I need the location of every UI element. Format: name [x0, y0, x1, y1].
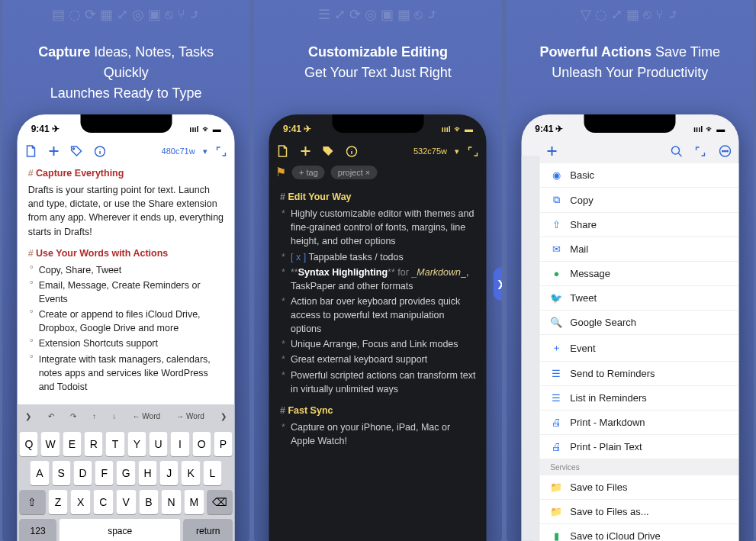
expand-icon[interactable]	[467, 145, 479, 157]
panel-editing: ☰ ⤢ ⟳ ◎ ▣ ▦ ⎋ ⤴ Customizable Editing Get…	[254, 0, 501, 541]
action-mail[interactable]: ✉Mail	[539, 237, 738, 262]
chevron-down-icon[interactable]: ▾	[203, 147, 207, 156]
headline: Customizable Editing Get Your Text Just …	[254, 42, 501, 83]
folder-icon: 📁	[550, 481, 562, 493]
editor-toolbar: 480c71w ▾	[18, 139, 235, 163]
move-down-button[interactable]: ↓	[108, 410, 120, 423]
search-icon: 🔍	[550, 317, 562, 328]
action-message[interactable]: ●Message	[539, 262, 738, 286]
tag-row: ⚑ + tag project ×	[275, 165, 481, 179]
phone-light: 9:41 ✈ ıııl ᯤ ▬ 480c71w ▾ Capture Ev	[18, 114, 235, 541]
nav-end-button[interactable]: ❯	[217, 410, 230, 423]
action-save-icloud[interactable]: ▮Save to iCloud Drive	[539, 524, 738, 541]
action-tweet[interactable]: 🐦Tweet	[539, 286, 738, 311]
backspace-key[interactable]: ⌫	[207, 490, 232, 514]
panel-actions: ▽ ◌ ⤢ ▦ ⎋ ⑂ ⤴ Powerful Actions Save Time…	[507, 0, 754, 541]
actions-sidebar	[521, 156, 539, 541]
heading-1: Capture Everything	[28, 166, 224, 180]
action-google-search[interactable]: 🔍Google Search	[539, 311, 738, 335]
word-left-button[interactable]: ← Word	[129, 410, 165, 423]
editor-content[interactable]: Capture Everything Drafts is your starti…	[18, 163, 235, 404]
editor-toolbar: 532c75w ▾	[269, 139, 487, 163]
action-basic[interactable]: ◉Basic	[539, 163, 738, 188]
action-list-reminders[interactable]: ☰List in Reminders	[539, 386, 738, 411]
new-doc-icon[interactable]	[25, 145, 37, 157]
heading-2: Fast Sync	[280, 404, 476, 417]
add-icon[interactable]	[48, 145, 60, 157]
bullet-list: Capture on your iPhone, iPad, Mac or App…	[280, 420, 476, 448]
mail-icon: ✉	[550, 243, 562, 255]
doc-id-label: 480c71w	[162, 147, 195, 156]
twitter-icon: 🐦	[550, 292, 562, 304]
action-copy[interactable]: ⧉Copy	[539, 188, 738, 213]
heading-1: Edit Your Way	[280, 190, 476, 204]
headline: Powerful Actions Save Time Unleash Your …	[507, 42, 754, 83]
svg-point-7	[727, 150, 729, 152]
add-icon[interactable]	[545, 145, 558, 157]
return-key[interactable]: return	[184, 519, 233, 541]
add-tag-button[interactable]: + tag	[292, 166, 325, 179]
list-icon: ☰	[550, 392, 562, 404]
drive-icon: ▮	[550, 530, 562, 541]
svg-point-5	[722, 150, 724, 152]
list-icon: ☰	[550, 368, 562, 379]
tag-project[interactable]: project ×	[331, 166, 378, 179]
message-icon: ●	[550, 268, 562, 279]
decor-toolbar-icons: ▽ ◌ ⤢ ▦ ⎋ ⑂ ⤴	[507, 6, 754, 23]
undo-button[interactable]: ↶	[44, 410, 58, 423]
heading-2: Use Your Words with Actions	[28, 246, 224, 260]
tag-icon[interactable]	[71, 145, 83, 157]
actions-list: ◉Basic ⧉Copy ⇧Share ✉Mail ●Message 🐦Twee…	[539, 163, 738, 459]
tag-icon[interactable]	[323, 145, 335, 157]
action-save-files-as[interactable]: 📁Save to Files as...	[539, 500, 738, 524]
key[interactable]: Q	[20, 432, 38, 456]
info-icon[interactable]	[346, 145, 358, 157]
expand-icon[interactable]	[694, 145, 706, 157]
share-icon: ⇧	[550, 219, 562, 230]
doc-id-label: 532c75w	[413, 147, 447, 156]
bullet-list: Highly customizable editor with themes a…	[280, 207, 476, 396]
action-save-files[interactable]: 📁Save to Files	[539, 475, 738, 500]
add-icon[interactable]	[300, 145, 312, 157]
action-print-plain[interactable]: 🖨Print - Plain Text	[539, 435, 738, 459]
svg-point-3	[671, 147, 679, 154]
chevron-down-icon[interactable]: ▾	[455, 147, 459, 156]
decor-toolbar-icons: ▤ ◌ ⟳ ▦ ⤢ ◎ ▣ ⎋ ⑂ ⤴	[2, 6, 249, 23]
notch	[80, 114, 172, 133]
search-icon[interactable]	[671, 146, 682, 157]
bullet-list: Copy, Share, Tweet Email, Message, Creat…	[28, 263, 224, 394]
redo-button[interactable]: ↷	[66, 410, 80, 423]
action-print-md[interactable]: 🖨Print - Markdown	[539, 411, 738, 435]
shift-key[interactable]: ⇧	[20, 490, 45, 514]
notch	[332, 114, 423, 133]
more-icon[interactable]	[719, 145, 731, 157]
printer-icon: 🖨	[550, 441, 562, 452]
svg-point-6	[725, 150, 726, 152]
nav-start-button[interactable]: ❯	[21, 410, 35, 423]
panel-capture: ▤ ◌ ⟳ ▦ ⤢ ◎ ▣ ⎋ ⑂ ⤴ Capture Ideas, Notes…	[2, 0, 249, 541]
headline: Capture Ideas, Notes, Tasks Quickly Laun…	[2, 42, 249, 104]
nav-caret-right[interactable]: ❯	[494, 267, 502, 301]
word-right-button[interactable]: → Word	[172, 410, 208, 423]
actions-toolbar	[521, 139, 738, 163]
info-icon[interactable]	[94, 145, 106, 157]
plus-icon: ＋	[550, 341, 562, 355]
new-doc-icon[interactable]	[277, 145, 289, 157]
paragraph: Drafts is your starting point for text. …	[28, 183, 224, 239]
numbers-key[interactable]: 123	[20, 519, 56, 541]
action-share[interactable]: ⇧Share	[539, 213, 738, 237]
action-send-reminders[interactable]: ☰Send to Reminders	[539, 362, 738, 386]
action-bar: ❯ ↶ ↷ ↑ ↓ ← Word → Word ❯	[18, 404, 235, 429]
folder-icon: 📁	[550, 506, 562, 517]
printer-icon: 🖨	[550, 417, 562, 428]
flag-icon[interactable]: ⚑	[275, 165, 286, 179]
action-event[interactable]: ＋Event	[539, 335, 738, 362]
services-list: 📁Save to Files 📁Save to Files as... ▮Sav…	[539, 475, 738, 541]
radio-icon: ◉	[550, 169, 562, 181]
notch	[584, 114, 676, 133]
move-up-button[interactable]: ↑	[88, 410, 100, 423]
space-key[interactable]: space	[59, 519, 180, 541]
expand-icon[interactable]	[215, 145, 227, 157]
decor-toolbar-icons: ☰ ⤢ ⟳ ◎ ▣ ▦ ⎋ ⤴	[254, 6, 501, 23]
editor-content[interactable]: Edit Your Way Highly customizable editor…	[269, 187, 487, 459]
